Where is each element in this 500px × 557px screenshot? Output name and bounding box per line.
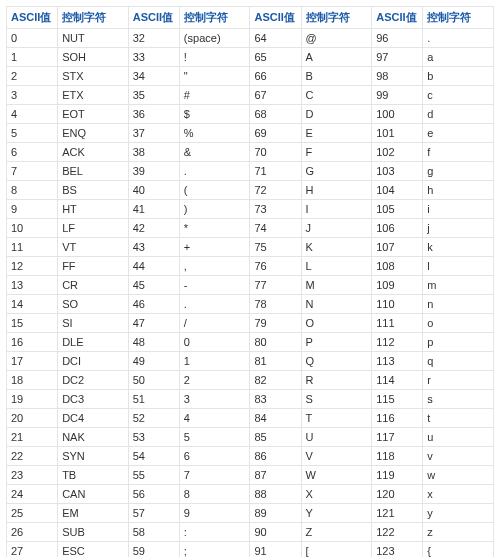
ascii-value-cell: 56 <box>128 485 179 504</box>
ascii-value-cell: 83 <box>250 390 301 409</box>
table-row: 9HT41)73I105i <box>7 200 494 219</box>
ascii-value-cell: 76 <box>250 257 301 276</box>
control-char-cell: O <box>301 314 372 333</box>
ascii-value-cell: 74 <box>250 219 301 238</box>
control-char-cell: , <box>179 257 250 276</box>
control-char-cell: / <box>179 314 250 333</box>
ascii-value-cell: 102 <box>372 143 423 162</box>
ascii-value-cell: 99 <box>372 86 423 105</box>
ascii-value-cell: 79 <box>250 314 301 333</box>
ascii-value-cell: 1 <box>7 48 58 67</box>
control-char-cell: STX <box>58 67 129 86</box>
ascii-value-cell: 107 <box>372 238 423 257</box>
ascii-value-cell: 111 <box>372 314 423 333</box>
control-char-cell: 9 <box>179 504 250 523</box>
ascii-value-cell: 6 <box>7 143 58 162</box>
ascii-value-cell: 78 <box>250 295 301 314</box>
ascii-value-cell: 55 <box>128 466 179 485</box>
ascii-value-cell: 20 <box>7 409 58 428</box>
table-row: 12FF44,76L108l <box>7 257 494 276</box>
table-row: 14SO46.78N110n <box>7 295 494 314</box>
ascii-value-cell: 53 <box>128 428 179 447</box>
table-row: 8BS40(72H104h <box>7 181 494 200</box>
control-char-cell: t <box>423 409 494 428</box>
ascii-value-cell: 67 <box>250 86 301 105</box>
ascii-value-cell: 43 <box>128 238 179 257</box>
control-char-cell: . <box>423 29 494 48</box>
ascii-value-cell: 52 <box>128 409 179 428</box>
ascii-value-cell: 11 <box>7 238 58 257</box>
control-char-cell: 2 <box>179 371 250 390</box>
control-char-cell: P <box>301 333 372 352</box>
control-char-cell: ENQ <box>58 124 129 143</box>
ascii-value-cell: 4 <box>7 105 58 124</box>
ascii-value-cell: 82 <box>250 371 301 390</box>
table-row: 26SUB58:90Z122z <box>7 523 494 542</box>
control-char-cell: (space) <box>179 29 250 48</box>
control-char-cell: U <box>301 428 372 447</box>
table-row: 13CR45-77M109m <box>7 276 494 295</box>
control-char-cell: j <box>423 219 494 238</box>
control-char-cell: + <box>179 238 250 257</box>
control-char-cell: CAN <box>58 485 129 504</box>
ascii-value-cell: 100 <box>372 105 423 124</box>
control-char-cell: $ <box>179 105 250 124</box>
control-char-cell: * <box>179 219 250 238</box>
table-row: 27ESC59;91[123{ <box>7 542 494 558</box>
control-char-cell: 3 <box>179 390 250 409</box>
control-char-cell: b <box>423 67 494 86</box>
control-char-cell: . <box>179 295 250 314</box>
control-char-cell: p <box>423 333 494 352</box>
ascii-value-cell: 12 <box>7 257 58 276</box>
ascii-value-cell: 58 <box>128 523 179 542</box>
control-char-cell: SO <box>58 295 129 314</box>
control-char-cell: NAK <box>58 428 129 447</box>
ascii-value-cell: 50 <box>128 371 179 390</box>
ascii-table: ASCII值 控制字符 ASCII值 控制字符 ASCII值 控制字符 ASCI… <box>6 6 494 557</box>
control-char-cell: DCI <box>58 352 129 371</box>
ascii-value-cell: 33 <box>128 48 179 67</box>
control-char-cell: SI <box>58 314 129 333</box>
control-char-cell: " <box>179 67 250 86</box>
ascii-value-cell: 23 <box>7 466 58 485</box>
ascii-value-cell: 44 <box>128 257 179 276</box>
ascii-value-cell: 40 <box>128 181 179 200</box>
header-char-2: 控制字符 <box>179 7 250 29</box>
control-char-cell: n <box>423 295 494 314</box>
table-row: 19DC351383S115s <box>7 390 494 409</box>
ascii-value-cell: 37 <box>128 124 179 143</box>
header-char-4: 控制字符 <box>423 7 494 29</box>
table-row: 3ETX35#67C99c <box>7 86 494 105</box>
control-char-cell: SUB <box>58 523 129 542</box>
ascii-value-cell: 10 <box>7 219 58 238</box>
ascii-value-cell: 65 <box>250 48 301 67</box>
control-char-cell: q <box>423 352 494 371</box>
ascii-value-cell: 81 <box>250 352 301 371</box>
ascii-value-cell: 26 <box>7 523 58 542</box>
table-row: 25EM57989Y121y <box>7 504 494 523</box>
control-char-cell: F <box>301 143 372 162</box>
table-row: 23TB55787W119w <box>7 466 494 485</box>
ascii-value-cell: 121 <box>372 504 423 523</box>
ascii-value-cell: 41 <box>128 200 179 219</box>
ascii-value-cell: 19 <box>7 390 58 409</box>
ascii-value-cell: 108 <box>372 257 423 276</box>
control-char-cell: f <box>423 143 494 162</box>
control-char-cell: SYN <box>58 447 129 466</box>
control-char-cell: g <box>423 162 494 181</box>
control-char-cell: I <box>301 200 372 219</box>
control-char-cell: 4 <box>179 409 250 428</box>
ascii-value-cell: 88 <box>250 485 301 504</box>
table-row: 22SYN54686V118v <box>7 447 494 466</box>
control-char-cell: { <box>423 542 494 558</box>
control-char-cell: % <box>179 124 250 143</box>
ascii-value-cell: 48 <box>128 333 179 352</box>
control-char-cell: c <box>423 86 494 105</box>
control-char-cell: ACK <box>58 143 129 162</box>
control-char-cell: ) <box>179 200 250 219</box>
ascii-value-cell: 104 <box>372 181 423 200</box>
ascii-value-cell: 114 <box>372 371 423 390</box>
ascii-value-cell: 7 <box>7 162 58 181</box>
ascii-value-cell: 59 <box>128 542 179 558</box>
control-char-cell: z <box>423 523 494 542</box>
